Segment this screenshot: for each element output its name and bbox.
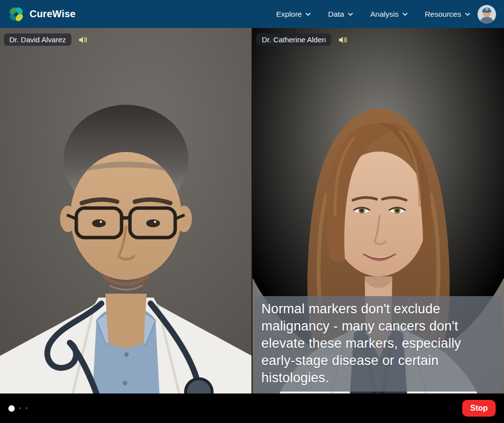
nav-item-analysis[interactable]: Analysis	[370, 10, 408, 19]
caption-line: Normal markers don't exclude	[261, 301, 495, 318]
nav-label: Data	[328, 10, 344, 19]
avatar-image	[477, 5, 496, 24]
nav-label: Explore	[276, 10, 302, 19]
curewise-logo-icon	[8, 6, 25, 23]
main-nav: Explore Data Analysis Resources	[276, 10, 471, 19]
bottom-control-bar: Stop	[0, 393, 504, 423]
chevron-down-icon	[305, 12, 311, 16]
nav-label: Resources	[425, 10, 461, 19]
chevron-down-icon	[347, 12, 353, 16]
brand[interactable]: CureWise	[8, 6, 76, 23]
name-tag-left: Dr. David Alvarez	[4, 33, 71, 46]
carousel-dot-active[interactable]	[8, 405, 15, 412]
speaker-icon[interactable]	[78, 35, 88, 44]
nav-item-data[interactable]: Data	[328, 10, 353, 19]
nav-item-resources[interactable]: Resources	[425, 10, 471, 19]
stop-button[interactable]: Stop	[462, 400, 496, 417]
video-call-stage: Dr. David Alvarez	[0, 28, 504, 393]
right-overlay: Dr. Catherine Alden	[256, 33, 348, 46]
caption-line: elevate these markers, especially	[261, 335, 495, 352]
top-nav-bar: CureWise Explore Data Analysis Resources	[0, 0, 504, 28]
video-panel-left: Dr. David Alvarez	[0, 28, 252, 393]
carousel-dot[interactable]	[26, 407, 28, 409]
doctor-david-portrait	[0, 28, 252, 393]
caption-line: malignancy - many cancers don't	[261, 318, 495, 335]
caption-line: early-stage disease or certain	[261, 352, 495, 369]
chevron-down-icon	[465, 12, 471, 16]
caption-line: histologies.	[261, 369, 495, 387]
left-overlay: Dr. David Alvarez	[4, 33, 88, 46]
user-avatar[interactable]	[477, 5, 496, 24]
chevron-down-icon	[402, 12, 408, 16]
brand-name: CureWise	[30, 8, 76, 20]
video-panel-right: Dr. Catherine Alden Normal markers don't…	[252, 28, 504, 393]
carousel-dot[interactable]	[19, 407, 21, 409]
name-tag-right: Dr. Catherine Alden	[256, 33, 331, 46]
speaker-icon[interactable]	[338, 35, 348, 44]
nav-label: Analysis	[370, 10, 399, 19]
carousel-dots	[8, 405, 28, 412]
live-caption: Normal markers don't exclude malignancy …	[254, 296, 502, 392]
nav-item-explore[interactable]: Explore	[276, 10, 312, 19]
